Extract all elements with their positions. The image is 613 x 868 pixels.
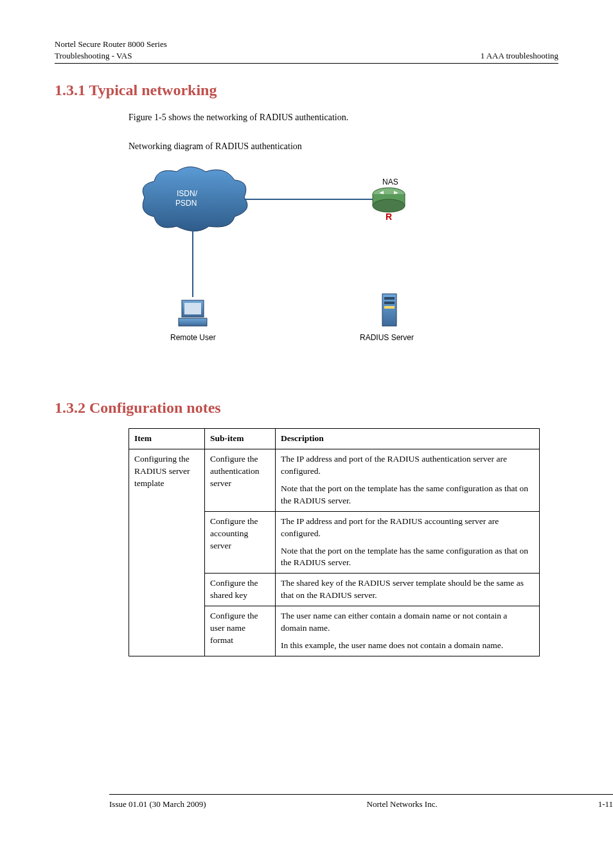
desc-text: The user name can either contain a domai… xyxy=(281,610,534,635)
desc-text: In this example, the user name does not … xyxy=(281,640,534,652)
desc-text: Note that the port on the template has t… xyxy=(281,545,534,570)
desc-text: The shared key of the RADIUS server temp… xyxy=(281,577,534,602)
remote-user-label: Remote User xyxy=(170,333,216,342)
svg-rect-12 xyxy=(384,302,395,304)
cell-sub: Configure the user name format xyxy=(205,606,276,656)
svg-rect-9 xyxy=(179,318,207,326)
header-series: Nortel Secure Router 8000 Series xyxy=(55,39,167,50)
server-icon xyxy=(382,294,396,326)
section-heading-config-notes: 1.3.2 Configuration notes xyxy=(55,397,558,419)
svg-rect-11 xyxy=(384,297,395,300)
table-row: Configuring the RADIUS server template C… xyxy=(129,449,540,512)
nas-label: NAS xyxy=(382,177,398,186)
svg-rect-8 xyxy=(184,303,201,314)
col-sub-item: Sub-item xyxy=(205,429,276,449)
figure-caption: Networking diagram of RADIUS authenticat… xyxy=(129,140,558,153)
footer-issue: Issue 01.01 (30 March 2009) xyxy=(109,799,206,810)
header-right: 1 AAA troubleshooting xyxy=(481,39,558,62)
col-description: Description xyxy=(276,429,540,449)
page-header: Nortel Secure Router 8000 Series Trouble… xyxy=(55,39,558,64)
table-header-row: Item Sub-item Description xyxy=(129,429,540,449)
intro-text: Figure 1-5 shows the networking of RADIU… xyxy=(129,111,558,124)
cloud-label-1: ISDN/ xyxy=(177,189,198,198)
svg-point-3 xyxy=(373,199,405,212)
cell-desc: The user name can either contain a domai… xyxy=(276,606,540,656)
radius-server-label: RADIUS Server xyxy=(360,333,414,342)
cell-sub: Configure the accounting server xyxy=(205,511,276,574)
header-chapter: 1 AAA troubleshooting xyxy=(481,50,558,62)
config-table: Item Sub-item Description Configuring th… xyxy=(129,428,540,656)
network-diagram: ISDN/ PSDN NAS R Remote User xyxy=(129,162,558,359)
header-left: Nortel Secure Router 8000 Series Trouble… xyxy=(55,39,167,62)
cell-desc: The shared key of the RADIUS server temp… xyxy=(276,574,540,606)
pc-icon xyxy=(179,300,207,326)
footer-page: 1-11 xyxy=(598,799,613,810)
svg-rect-13 xyxy=(384,306,395,309)
cell-sub: Configure the shared key xyxy=(205,574,276,606)
section-heading-typical-networking: 1.3.1 Typical networking xyxy=(55,80,558,102)
col-item: Item xyxy=(129,429,205,449)
cloud-label-2: PSDN xyxy=(175,199,197,208)
cell-desc: The IP address and port for the RADIUS a… xyxy=(276,511,540,574)
cell-sub: Configure the authentication server xyxy=(205,449,276,512)
cell-item: Configuring the RADIUS server template xyxy=(129,449,205,656)
footer-company: Nortel Networks Inc. xyxy=(367,799,438,810)
page-footer: Issue 01.01 (30 March 2009) Nortel Netwo… xyxy=(109,794,613,810)
cell-desc: The IP address and port of the RADIUS au… xyxy=(276,449,540,512)
header-doc-title: Troubleshooting - VAS xyxy=(55,50,167,62)
desc-text: Note that the port on the template has t… xyxy=(281,483,534,507)
router-icon xyxy=(373,188,405,212)
desc-text: The IP address and port of the RADIUS au… xyxy=(281,453,534,478)
router-label: R xyxy=(386,212,392,222)
desc-text: The IP address and port for the RADIUS a… xyxy=(281,516,534,540)
